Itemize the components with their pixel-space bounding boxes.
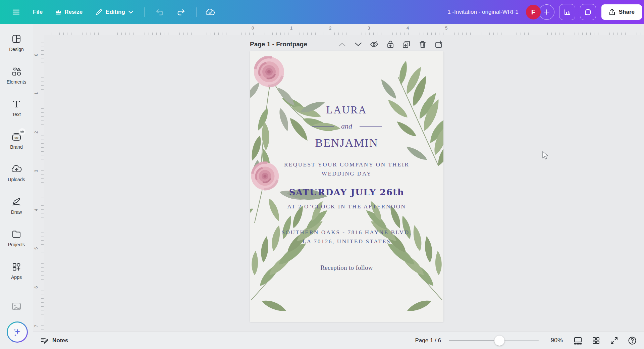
cloud-saved-icon — [205, 8, 215, 16]
apps-icon — [11, 261, 22, 272]
resize-button[interactable]: Resize — [53, 8, 85, 16]
ruler-number: 1 — [34, 92, 39, 95]
request-line-2[interactable]: WEDDING DAY — [250, 170, 443, 177]
move-page-up-button[interactable] — [337, 40, 347, 49]
zoom-slider[interactable] — [449, 336, 539, 346]
page-title[interactable]: Page 1 - Frontpage — [250, 41, 307, 48]
editing-label: Editing — [106, 9, 125, 15]
sidebar-item-label: Elements — [7, 79, 26, 85]
insights-button[interactable] — [559, 4, 575, 20]
premium-crown-icon — [19, 128, 25, 135]
sidebar-item-label: Projects — [8, 242, 25, 247]
document-title[interactable]: 1 -Invitation - original-WRF1 — [447, 9, 519, 15]
chevron-down-icon — [128, 10, 133, 14]
design-canvas[interactable]: Page 1 - Frontpage — [44, 35, 644, 332]
ruler-number: 5 — [445, 26, 447, 31]
sidebar-item-draw[interactable]: Draw — [0, 192, 33, 224]
bride-name[interactable]: LAURA — [250, 104, 443, 116]
sidebar-item-label: Uploads — [8, 177, 25, 182]
sidebar-item-text[interactable]: Text — [0, 94, 33, 127]
zoom-level[interactable]: 90% — [551, 337, 563, 344]
add-member-button[interactable] — [539, 4, 554, 20]
ruler-number: 3 — [368, 26, 370, 31]
toolbar-divider — [144, 7, 145, 17]
slider-thumb[interactable] — [494, 336, 504, 346]
duplicate-page-button[interactable] — [401, 40, 411, 49]
delete-page-button[interactable] — [418, 40, 427, 49]
venue-line-2[interactable]: LA 70126, UNITED STATES — [250, 238, 443, 245]
svg-text:co: co — [14, 136, 18, 140]
ruler-number: 4 — [34, 209, 39, 211]
reception-note[interactable]: Reception to follow — [250, 264, 443, 271]
grid-view-button[interactable] — [590, 335, 602, 346]
file-menu-button[interactable]: File — [31, 8, 45, 16]
divider-line — [312, 126, 334, 127]
sidebar-item-label: Text — [12, 112, 21, 117]
folder-icon — [11, 229, 22, 240]
page-header: Page 1 - Frontpage — [250, 39, 443, 50]
move-page-down-button[interactable] — [353, 40, 363, 49]
image-placeholder-icon[interactable] — [11, 301, 22, 311]
ruler-number: 2 — [329, 26, 331, 31]
notes-button[interactable]: Notes — [40, 337, 68, 345]
fullscreen-button[interactable] — [608, 335, 620, 346]
conjunction-row[interactable]: and — [250, 122, 443, 131]
sidebar-item-apps[interactable]: Apps — [0, 257, 33, 289]
wedding-time[interactable]: AT 2 O’CLOCK IN THE AFTERNOON — [250, 203, 443, 210]
sidebar-item-uploads[interactable]: Uploads — [0, 159, 33, 192]
sidebar-item-projects[interactable]: Projects — [0, 224, 33, 257]
page-indicator[interactable]: Page 1 / 6 — [415, 337, 441, 344]
crown-icon — [55, 9, 61, 15]
help-button[interactable] — [627, 335, 638, 346]
request-line-1[interactable]: REQUEST YOUR COMPANY ON THEIR — [250, 161, 443, 168]
sidebar-item-elements[interactable]: Elements — [0, 61, 33, 94]
ruler-number: 2 — [34, 131, 39, 134]
notes-label: Notes — [52, 337, 68, 344]
notes-icon — [40, 337, 49, 345]
lock-page-button[interactable] — [385, 40, 395, 49]
hide-page-button[interactable] — [369, 40, 379, 49]
left-sidebar: Design Elements Text co Brand — [0, 24, 33, 349]
elements-icon — [11, 66, 22, 77]
comments-button[interactable] — [580, 4, 596, 20]
canva-ai-button[interactable] — [7, 321, 28, 343]
groom-name[interactable]: BENJAMIN — [250, 137, 443, 149]
invitation-page[interactable]: LAURA and BENJAMIN REQUEST YOUR COMPANY … — [250, 51, 443, 322]
sidebar-item-label: Draw — [11, 209, 22, 215]
sidebar-item-brand[interactable]: co Brand — [0, 127, 33, 159]
sidebar-item-label: Apps — [11, 275, 22, 280]
add-page-button[interactable] — [434, 40, 443, 49]
wedding-date[interactable]: SATURDAY JULY 26th — [250, 187, 443, 197]
sidebar-item-label: Brand — [10, 144, 22, 150]
sidebar-item-design[interactable]: Design — [0, 29, 33, 61]
top-bar: File Resize Editing — [0, 0, 644, 24]
avatar[interactable]: F — [526, 5, 541, 19]
upload-cloud-icon — [11, 164, 22, 174]
main-menu-button[interactable] — [10, 8, 22, 16]
horizontal-ruler[interactable]: 0 1 2 3 4 5 — [33, 24, 644, 35]
share-label: Share — [619, 9, 635, 15]
bar-chart-icon — [564, 8, 571, 16]
toolbar-divider — [196, 7, 197, 17]
bottom-bar: Notes Page 1 / 6 90% — [33, 332, 644, 349]
design-icon — [11, 34, 22, 44]
redo-icon — [177, 8, 185, 16]
venue-line-1[interactable]: SOUTHERN OAKS - 7816 HAYNE BLVD, — [250, 229, 443, 236]
plus-icon — [543, 9, 550, 15]
ruler-number: 7 — [34, 325, 39, 327]
redo-button[interactable] — [175, 8, 187, 16]
ruler-number: 4 — [407, 26, 409, 31]
ruler-number: 5 — [34, 247, 39, 250]
presenter-view-button[interactable] — [572, 335, 584, 346]
ruler-number: 1 — [290, 26, 292, 31]
undo-button[interactable] — [153, 8, 166, 16]
ruler-tick-marks — [44, 33, 644, 35]
ruler-number: 6 — [34, 286, 39, 289]
editing-mode-dropdown[interactable]: Editing — [93, 8, 136, 16]
ruler-number: 0 — [252, 26, 254, 31]
share-button[interactable]: Share — [601, 4, 642, 20]
slider-fill — [449, 340, 499, 341]
vertical-ruler[interactable]: 0 1 2 3 4 5 6 7 — [33, 35, 44, 332]
ruler-number: 3 — [34, 170, 39, 172]
brand-icon: co — [11, 131, 22, 142]
